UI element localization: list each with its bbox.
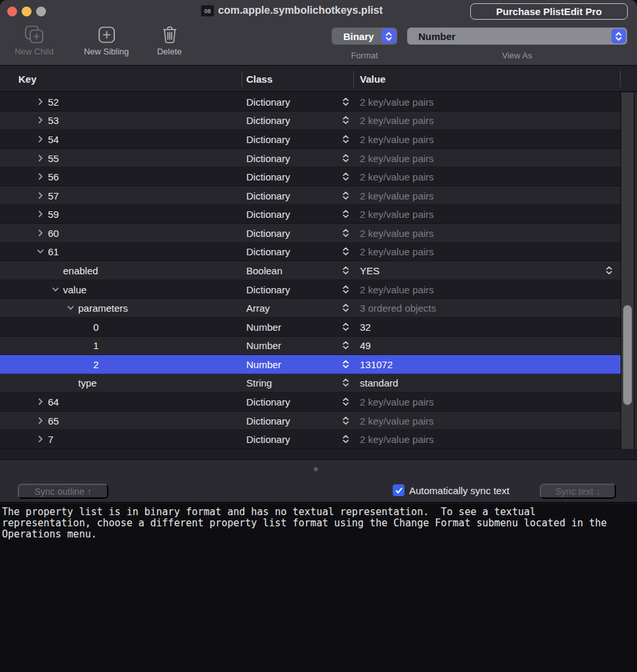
disclosure-right-icon[interactable] [37, 154, 44, 161]
disclosure-right-icon[interactable] [37, 229, 44, 236]
disclosure-down-icon[interactable] [37, 248, 44, 255]
class-stepper-icon[interactable] [342, 228, 349, 238]
class-stepper-icon[interactable] [342, 360, 349, 369]
disclosure-right-icon[interactable] [37, 173, 44, 180]
close-window-button[interactable] [7, 7, 17, 16]
value-cell[interactable]: 2 key/value pairs [360, 396, 434, 408]
sync-outline-button[interactable]: Sync outline ↑ [18, 484, 108, 499]
class-stepper-icon[interactable] [342, 135, 349, 144]
value-cell[interactable]: 32 [360, 321, 371, 332]
class-cell[interactable]: Dictionary [246, 209, 290, 220]
minimize-window-button[interactable] [22, 7, 32, 16]
disclosure-down-icon[interactable] [67, 304, 74, 312]
class-stepper-icon[interactable] [342, 397, 349, 406]
disclosure-right-icon[interactable] [37, 211, 44, 218]
view-as-popup[interactable]: Number [407, 28, 627, 45]
table-row[interactable]: valueDictionary2 key/value pairs [0, 280, 621, 299]
disclosure-right-icon[interactable] [37, 192, 44, 199]
table-row[interactable]: 53Dictionary2 key/value pairs [0, 112, 621, 131]
table-row[interactable]: typeStringstandard [0, 374, 621, 393]
class-cell[interactable]: Dictionary [246, 415, 290, 426]
purchase-button[interactable]: Purchase PlistEdit Pro [470, 3, 628, 20]
value-cell[interactable]: 2 key/value pairs [360, 434, 434, 445]
value-cell[interactable]: 2 key/value pairs [360, 227, 434, 238]
table-row[interactable]: 7Dictionary2 key/value pairs [0, 430, 621, 449]
class-cell[interactable]: Dictionary [246, 171, 290, 182]
class-stepper-icon[interactable] [342, 116, 349, 125]
class-cell[interactable]: Array [246, 303, 270, 314]
format-popup[interactable]: Binary [332, 28, 397, 45]
table-row[interactable]: 64Dictionary2 key/value pairs [0, 392, 621, 411]
class-cell[interactable]: Dictionary [246, 96, 290, 107]
class-stepper-icon[interactable] [342, 322, 349, 331]
column-divider[interactable] [353, 71, 354, 87]
class-stepper-icon[interactable] [342, 341, 349, 350]
class-cell[interactable]: Dictionary [246, 190, 290, 201]
disclosure-right-icon[interactable] [37, 398, 44, 406]
class-cell[interactable]: Dictionary [246, 246, 290, 257]
class-cell[interactable]: Dictionary [246, 115, 290, 126]
class-stepper-icon[interactable] [342, 378, 349, 387]
class-stepper-icon[interactable] [342, 191, 349, 200]
class-cell[interactable]: Number [246, 321, 281, 332]
table-row[interactable]: 0Number32 [0, 318, 621, 337]
class-cell[interactable]: Number [246, 358, 281, 369]
table-row[interactable]: 54Dictionary2 key/value pairs [0, 130, 621, 149]
value-cell[interactable]: 2 key/value pairs [360, 115, 434, 126]
disclosure-right-icon[interactable] [37, 117, 44, 124]
class-stepper-icon[interactable] [342, 154, 349, 163]
class-stepper-icon[interactable] [342, 266, 349, 275]
splitter-handle-dot[interactable] [314, 467, 318, 471]
new-child-button[interactable]: New Child [5, 25, 63, 56]
class-stepper-icon[interactable] [342, 97, 349, 106]
table-row[interactable]: 2Number131072 [0, 355, 621, 374]
table-row[interactable]: 61Dictionary2 key/value pairs [0, 243, 621, 262]
class-cell[interactable]: Dictionary [246, 396, 290, 408]
auto-sync-checkbox-group[interactable]: Automatically sync text [393, 484, 510, 496]
class-cell[interactable]: Dictionary [246, 434, 290, 445]
column-header-value[interactable]: Value [360, 66, 385, 92]
class-cell[interactable]: String [246, 377, 272, 388]
table-row[interactable]: 59Dictionary2 key/value pairs [0, 205, 621, 224]
class-cell[interactable]: Number [246, 340, 281, 351]
column-divider[interactable] [620, 71, 621, 87]
table-row[interactable]: 1Number49 [0, 337, 621, 356]
value-cell[interactable]: 2 key/value pairs [360, 171, 434, 182]
value-cell[interactable]: 2 key/value pairs [360, 96, 434, 107]
column-header-class[interactable]: Class [246, 66, 273, 92]
disclosure-right-icon[interactable] [37, 417, 44, 424]
class-stepper-icon[interactable] [342, 303, 349, 312]
value-cell[interactable]: 2 key/value pairs [360, 209, 434, 220]
value-cell[interactable]: 49 [360, 340, 371, 351]
auto-sync-checkbox[interactable] [393, 484, 405, 496]
table-row[interactable]: parametersArray3 ordered objects [0, 299, 621, 318]
value-cell[interactable]: 2 key/value pairs [360, 415, 434, 426]
table-row[interactable]: 65Dictionary2 key/value pairs [0, 411, 621, 430]
vertical-scrollbar-track[interactable] [621, 93, 633, 458]
column-divider[interactable] [242, 71, 242, 87]
value-cell[interactable]: 2 key/value pairs [360, 246, 434, 257]
value-cell[interactable]: 131072 [360, 358, 393, 369]
disclosure-right-icon[interactable] [37, 436, 44, 443]
delete-button[interactable]: Delete [148, 25, 190, 56]
zoom-window-button[interactable] [36, 7, 46, 16]
class-stepper-icon[interactable] [342, 285, 349, 294]
disclosure-down-icon[interactable] [52, 285, 59, 293]
disclosure-right-icon[interactable] [37, 135, 44, 142]
value-cell[interactable]: standard [360, 377, 398, 388]
class-cell[interactable]: Dictionary [246, 133, 290, 144]
vertical-scrollbar-thumb[interactable] [623, 305, 632, 405]
value-cell[interactable]: 2 key/value pairs [360, 133, 434, 144]
class-stepper-icon[interactable] [342, 209, 349, 219]
value-stepper-icon[interactable] [605, 266, 613, 275]
column-header-key[interactable]: Key [18, 66, 37, 92]
class-cell[interactable]: Dictionary [246, 152, 290, 163]
class-stepper-icon[interactable] [342, 247, 349, 256]
value-cell[interactable]: 2 key/value pairs [360, 284, 434, 295]
class-stepper-icon[interactable] [342, 416, 349, 425]
plist-text-view[interactable]: The property list is in binary format an… [0, 503, 637, 672]
class-cell[interactable]: Dictionary [246, 284, 290, 295]
class-cell[interactable]: Dictionary [246, 227, 290, 238]
disclosure-right-icon[interactable] [37, 98, 44, 105]
table-row[interactable]: 55Dictionary2 key/value pairs [0, 149, 621, 168]
